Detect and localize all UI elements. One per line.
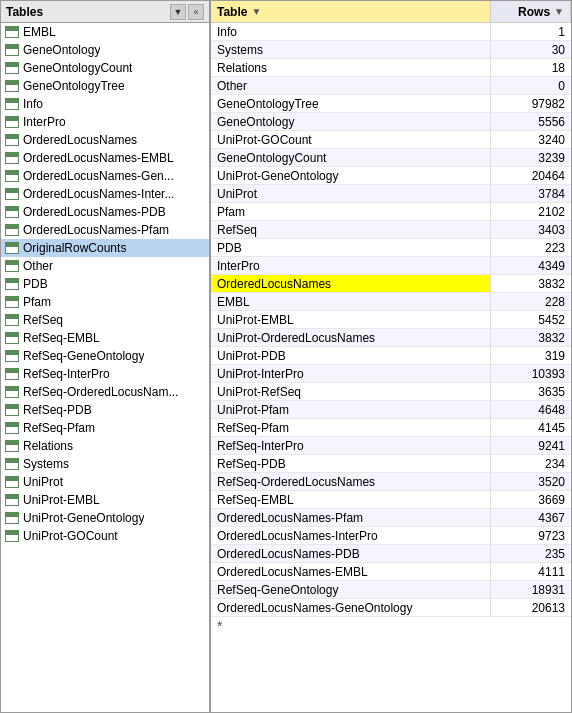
table-row[interactable]: RefSeq3403	[211, 221, 571, 239]
table-row[interactable]: UniProt-GOCount3240	[211, 131, 571, 149]
table-icon	[5, 530, 19, 542]
left-list-item[interactable]: UniProt-GeneOntology	[1, 509, 209, 527]
cell-row-count: 4648	[491, 401, 571, 418]
table-row[interactable]: RefSeq-PDB234	[211, 455, 571, 473]
table-icon	[5, 98, 19, 110]
table-row[interactable]: Pfam2102	[211, 203, 571, 221]
dropdown-icon[interactable]: ▼	[170, 4, 186, 20]
left-list-item[interactable]: OrderedLocusNames-Pfam	[1, 221, 209, 239]
cell-row-count: 10393	[491, 365, 571, 382]
table-row[interactable]: OrderedLocusNames-InterPro9723	[211, 527, 571, 545]
left-list-item[interactable]: RefSeq-GeneOntology	[1, 347, 209, 365]
left-list-item[interactable]: RefSeq-OrderedLocusNam...	[1, 383, 209, 401]
left-list-item[interactable]: OrderedLocusNames-Gen...	[1, 167, 209, 185]
table-row[interactable]: UniProt-GeneOntology20464	[211, 167, 571, 185]
left-list-item[interactable]: Systems	[1, 455, 209, 473]
table-row[interactable]: RefSeq-EMBL3669	[211, 491, 571, 509]
table-row[interactable]: OrderedLocusNames3832	[211, 275, 571, 293]
table-icon	[5, 404, 19, 416]
rows-column-header[interactable]: Rows ▼	[491, 1, 571, 22]
table-row[interactable]: Systems30	[211, 41, 571, 59]
table-item-label: RefSeq-Pfam	[23, 421, 95, 435]
table-row[interactable]: RefSeq-GeneOntology18931	[211, 581, 571, 599]
table-row[interactable]: UniProt-Pfam4648	[211, 401, 571, 419]
left-list-item[interactable]: Other	[1, 257, 209, 275]
cell-table-name: OrderedLocusNames-InterPro	[211, 527, 491, 544]
collapse-icon[interactable]: «	[188, 4, 204, 20]
table-row[interactable]: EMBL228	[211, 293, 571, 311]
table-row[interactable]: UniProt-InterPro10393	[211, 365, 571, 383]
left-list-item[interactable]: OrderedLocusNames-EMBL	[1, 149, 209, 167]
left-list-item[interactable]: UniProt	[1, 473, 209, 491]
table-item-label: RefSeq-PDB	[23, 403, 92, 417]
cell-table-name: GeneOntology	[211, 113, 491, 130]
table-row[interactable]: GeneOntologyTree97982	[211, 95, 571, 113]
left-list-item[interactable]: OrderedLocusNames-Inter...	[1, 185, 209, 203]
table-row[interactable]: RefSeq-OrderedLocusNames3520	[211, 473, 571, 491]
left-list-item[interactable]: EMBL	[1, 23, 209, 41]
left-list-item[interactable]: UniProt-GOCount	[1, 527, 209, 545]
left-list-item[interactable]: RefSeq-Pfam	[1, 419, 209, 437]
left-list-item[interactable]: Pfam	[1, 293, 209, 311]
table-item-label: RefSeq	[23, 313, 63, 327]
left-list-item[interactable]: InterPro	[1, 113, 209, 131]
left-list-item[interactable]: RefSeq-EMBL	[1, 329, 209, 347]
table-icon	[5, 458, 19, 470]
left-list-item[interactable]: RefSeq	[1, 311, 209, 329]
left-list-item[interactable]: OrderedLocusNames-PDB	[1, 203, 209, 221]
table-column-header[interactable]: Table ▼	[211, 1, 491, 22]
table-row[interactable]: OrderedLocusNames-PDB235	[211, 545, 571, 563]
cell-row-count: 3832	[491, 275, 571, 292]
table-icon	[5, 476, 19, 488]
table-row[interactable]: GeneOntologyCount3239	[211, 149, 571, 167]
table-row[interactable]: UniProt-PDB319	[211, 347, 571, 365]
cell-table-name: OrderedLocusNames-GeneOntology	[211, 599, 491, 616]
left-list-item[interactable]: OrderedLocusNames	[1, 131, 209, 149]
cell-row-count: 20464	[491, 167, 571, 184]
cell-table-name: PDB	[211, 239, 491, 256]
cell-row-count: 4145	[491, 419, 571, 436]
table-row[interactable]: OrderedLocusNames-Pfam4367	[211, 509, 571, 527]
table-row[interactable]: InterPro4349	[211, 257, 571, 275]
cell-table-name: OrderedLocusNames-PDB	[211, 545, 491, 562]
table-icon	[5, 224, 19, 236]
header-icons: ▼ «	[170, 4, 204, 20]
table-item-label: InterPro	[23, 115, 66, 129]
table-icon	[5, 368, 19, 380]
left-list-item[interactable]: GeneOntology	[1, 41, 209, 59]
table-row[interactable]: GeneOntology5556	[211, 113, 571, 131]
table-item-label: UniProt-GeneOntology	[23, 511, 144, 525]
cell-row-count: 319	[491, 347, 571, 364]
table-row[interactable]: UniProt-RefSeq3635	[211, 383, 571, 401]
cell-table-name: OrderedLocusNames	[211, 275, 491, 292]
left-list-item[interactable]: Info	[1, 95, 209, 113]
table-row[interactable]: RefSeq-InterPro9241	[211, 437, 571, 455]
table-item-label: Relations	[23, 439, 73, 453]
table-row[interactable]: RefSeq-Pfam4145	[211, 419, 571, 437]
table-row[interactable]: Info1	[211, 23, 571, 41]
table-icon	[5, 80, 19, 92]
left-list-item[interactable]: RefSeq-PDB	[1, 401, 209, 419]
left-list-item[interactable]: GeneOntologyCount	[1, 59, 209, 77]
left-list-item[interactable]: Relations	[1, 437, 209, 455]
left-list-item[interactable]: UniProt-EMBL	[1, 491, 209, 509]
table-row[interactable]: PDB223	[211, 239, 571, 257]
cell-table-name: GeneOntologyTree	[211, 95, 491, 112]
left-list-item[interactable]: OriginalRowCounts	[1, 239, 209, 257]
table-item-label: Systems	[23, 457, 69, 471]
table-row[interactable]: OrderedLocusNames-GeneOntology20613	[211, 599, 571, 617]
cell-table-name: UniProt-Pfam	[211, 401, 491, 418]
left-list-item[interactable]: RefSeq-InterPro	[1, 365, 209, 383]
cell-row-count: 97982	[491, 95, 571, 112]
table-row[interactable]: UniProt-OrderedLocusNames3832	[211, 329, 571, 347]
table-row[interactable]: Other0	[211, 77, 571, 95]
table-icon	[5, 242, 19, 254]
left-list-item[interactable]: GeneOntologyTree	[1, 77, 209, 95]
table-row[interactable]: Relations18	[211, 59, 571, 77]
table-item-label: RefSeq-EMBL	[23, 331, 100, 345]
table-item-label: RefSeq-OrderedLocusNam...	[23, 385, 178, 399]
table-row[interactable]: UniProt3784	[211, 185, 571, 203]
left-list-item[interactable]: PDB	[1, 275, 209, 293]
table-row[interactable]: OrderedLocusNames-EMBL4111	[211, 563, 571, 581]
table-row[interactable]: UniProt-EMBL5452	[211, 311, 571, 329]
